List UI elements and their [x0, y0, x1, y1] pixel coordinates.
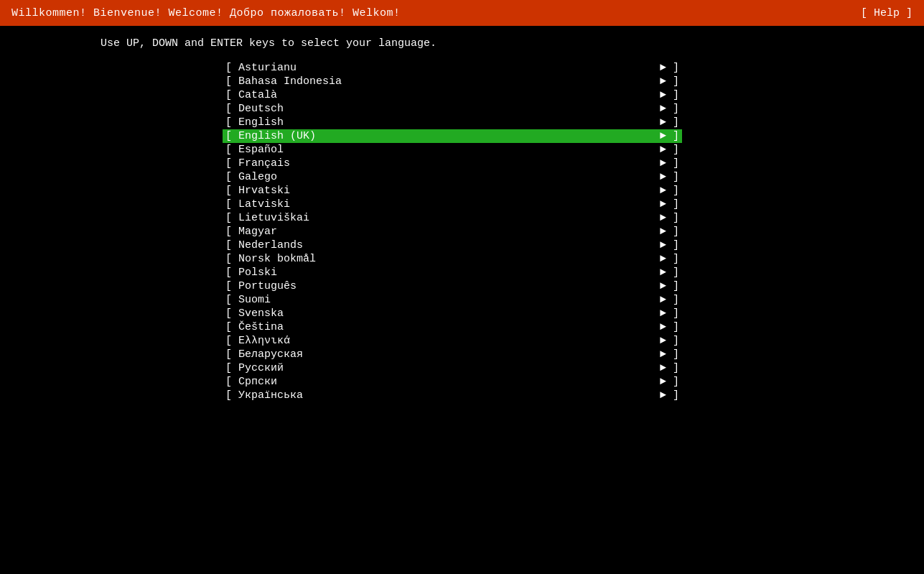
language-item-lietuviškai[interactable]: [ Lietuviškai► ]: [223, 211, 682, 225]
lang-arrow-ellinika: ► ]: [660, 335, 679, 347]
lang-bracket-latviski: [ Latviski: [225, 198, 290, 210]
lang-bracket-polski: [ Polski: [225, 267, 277, 279]
language-item-russkiy[interactable]: [ Русский► ]: [223, 361, 682, 375]
lang-bracket-francais: [ Français: [225, 157, 290, 170]
language-list: [ Asturianu► ][ Bahasa Indonesia► ][ Cat…: [0, 61, 474, 402]
language-item-espanol[interactable]: [ Español► ]: [223, 143, 682, 157]
language-item-english-uk[interactable]: [ English (UK)► ]: [223, 129, 682, 143]
language-item-latviski[interactable]: [ Latviski► ]: [223, 198, 682, 211]
language-item-catala[interactable]: [ Català► ]: [223, 88, 682, 102]
language-item-srpski[interactable]: [ Српски► ]: [223, 375, 682, 389]
language-item-deutsch[interactable]: [ Deutsch► ]: [223, 102, 682, 116]
lang-arrow-lietuviškai: ► ]: [660, 212, 679, 224]
language-item-portugues[interactable]: [ Português► ]: [223, 279, 682, 293]
language-item-asturianu[interactable]: [ Asturianu► ]: [223, 61, 682, 75]
lang-arrow-svenska: ► ]: [660, 307, 679, 320]
lang-arrow-norsk-bokmal: ► ]: [660, 253, 679, 265]
lang-arrow-belaruskaya: ► ]: [660, 348, 679, 361]
lang-bracket-bahasa-indonesia: [ Bahasa Indonesia: [225, 75, 342, 88]
lang-arrow-russkiy: ► ]: [660, 362, 679, 374]
lang-arrow-galego: ► ]: [660, 171, 679, 183]
lang-arrow-srpski: ► ]: [660, 376, 679, 388]
lang-arrow-portugues: ► ]: [660, 280, 679, 292]
lang-bracket-hrvatski: [ Hrvatski: [225, 185, 290, 197]
lang-bracket-ellinika: [ Ελληνικά: [225, 335, 290, 347]
language-item-suomi[interactable]: [ Suomi► ]: [223, 293, 682, 307]
language-item-ellinika[interactable]: [ Ελληνικά► ]: [223, 334, 682, 348]
lang-bracket-cestina: [ Čeština: [225, 321, 284, 333]
lang-bracket-srpski: [ Српски: [225, 376, 277, 388]
lang-arrow-bahasa-indonesia: ► ]: [660, 75, 679, 88]
language-item-belaruskaya[interactable]: [ Беларуская► ]: [223, 348, 682, 361]
language-item-english[interactable]: [ English► ]: [223, 116, 682, 129]
lang-bracket-magyar: [ Magyar: [225, 226, 277, 238]
language-item-ukrainska[interactable]: [ Українська► ]: [223, 389, 682, 402]
lang-bracket-english-uk: [ English (UK): [225, 130, 316, 142]
lang-arrow-catala: ► ]: [660, 89, 679, 101]
lang-bracket-asturianu: [ Asturianu: [225, 62, 297, 74]
lang-bracket-espanol: [ Español: [225, 144, 284, 156]
lang-arrow-english-uk: ► ]: [660, 130, 679, 142]
lang-arrow-espanol: ► ]: [660, 144, 679, 156]
lang-arrow-polski: ► ]: [660, 267, 679, 279]
language-item-bahasa-indonesia[interactable]: [ Bahasa Indonesia► ]: [223, 75, 682, 88]
language-item-galego[interactable]: [ Galego► ]: [223, 170, 682, 184]
lang-bracket-galego: [ Galego: [225, 171, 277, 183]
header-welcome-text: Willkommen! Bienvenue! Welcome! Добро по…: [11, 7, 401, 19]
header-bar: Willkommen! Bienvenue! Welcome! Добро по…: [0, 0, 924, 26]
lang-bracket-deutsch: [ Deutsch: [225, 103, 284, 115]
lang-arrow-ukrainska: ► ]: [660, 389, 679, 402]
language-item-hrvatski[interactable]: [ Hrvatski► ]: [223, 184, 682, 198]
language-item-cestina[interactable]: [ Čeština► ]: [223, 320, 682, 334]
lang-bracket-catala: [ Català: [225, 89, 277, 101]
language-item-polski[interactable]: [ Polski► ]: [223, 266, 682, 279]
lang-arrow-suomi: ► ]: [660, 294, 679, 306]
lang-bracket-nederlands: [ Nederlands: [225, 239, 303, 251]
lang-bracket-portugues: [ Português: [225, 280, 297, 292]
lang-bracket-russkiy: [ Русский: [225, 362, 284, 374]
header-help-button[interactable]: [ Help ]: [861, 7, 913, 19]
lang-bracket-ukrainska: [ Українська: [225, 389, 303, 402]
language-item-norsk-bokmal[interactable]: [ Norsk bokmål► ]: [223, 252, 682, 266]
lang-arrow-asturianu: ► ]: [660, 62, 679, 74]
instruction-text: Use UP, DOWN and ENTER keys to select yo…: [0, 26, 924, 61]
language-item-svenska[interactable]: [ Svenska► ]: [223, 307, 682, 320]
lang-arrow-english: ► ]: [660, 116, 679, 129]
lang-bracket-english: [ English: [225, 116, 284, 129]
language-item-magyar[interactable]: [ Magyar► ]: [223, 225, 682, 239]
lang-arrow-cestina: ► ]: [660, 321, 679, 333]
lang-arrow-nederlands: ► ]: [660, 239, 679, 251]
lang-bracket-norsk-bokmal: [ Norsk bokmål: [225, 253, 316, 265]
language-item-francais[interactable]: [ Français► ]: [223, 157, 682, 170]
lang-bracket-svenska: [ Svenska: [225, 307, 284, 320]
lang-arrow-francais: ► ]: [660, 157, 679, 170]
lang-arrow-magyar: ► ]: [660, 226, 679, 238]
lang-arrow-hrvatski: ► ]: [660, 185, 679, 197]
lang-arrow-deutsch: ► ]: [660, 103, 679, 115]
language-item-nederlands[interactable]: [ Nederlands► ]: [223, 239, 682, 252]
lang-bracket-belaruskaya: [ Беларуская: [225, 348, 303, 361]
lang-bracket-lietuviškai: [ Lietuviškai: [225, 212, 309, 224]
lang-bracket-suomi: [ Suomi: [225, 294, 271, 306]
lang-arrow-latviski: ► ]: [660, 198, 679, 210]
